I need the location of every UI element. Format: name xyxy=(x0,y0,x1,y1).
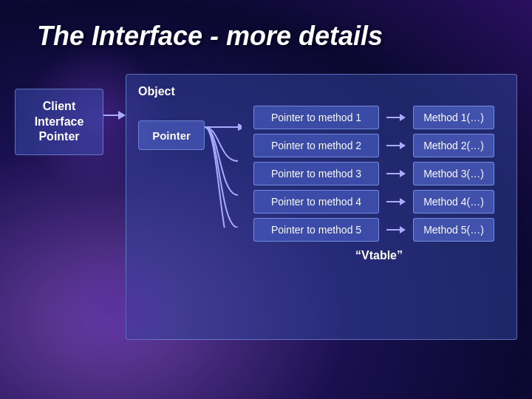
table-row: Pointer to method 1 Method 1(…) xyxy=(253,106,505,129)
curved-arrow-svg xyxy=(205,106,242,228)
pointer-box: Pointer xyxy=(138,120,205,150)
object-box: Object Pointer xyxy=(126,74,517,340)
pointer-to-method-1: Pointer to method 1 xyxy=(253,106,379,129)
row-arrow-2 xyxy=(386,142,406,149)
arrow-head xyxy=(118,111,126,120)
table-row: Pointer to method 2 Method 2(…) xyxy=(253,134,505,157)
method-2: Method 2(…) xyxy=(413,134,494,157)
table-row: Pointer to method 3 Method 3(…) xyxy=(253,162,505,185)
row-arrow-1 xyxy=(386,114,406,121)
client-interface-box: Client Interface Pointer xyxy=(15,89,103,155)
row-arrow-3 xyxy=(386,170,406,177)
row-arrow-5 xyxy=(386,226,406,233)
row-arrow-4 xyxy=(386,198,406,205)
svg-marker-0 xyxy=(238,123,242,131)
table-row: Pointer to method 5 Method 5(…) xyxy=(253,218,505,242)
method-5: Method 5(…) xyxy=(413,218,494,242)
method-3: Method 3(…) xyxy=(413,162,494,185)
pointer-to-method-4: Pointer to method 4 xyxy=(253,190,379,214)
page-title: The Interface - more details xyxy=(37,21,383,52)
object-inner: Pointer Point xyxy=(138,106,505,262)
pointer-to-method-5: Pointer to method 5 xyxy=(253,218,379,242)
method-4: Method 4(…) xyxy=(413,190,494,214)
object-label: Object xyxy=(138,85,505,98)
curved-arrow-container xyxy=(205,106,242,231)
client-to-object-arrow xyxy=(103,111,126,120)
vtable-section: Pointer to method 1 Method 1(…) Pointer … xyxy=(253,106,505,262)
pointer-to-method-2: Pointer to method 2 xyxy=(253,134,379,157)
arrow-line xyxy=(103,115,118,116)
vtable-label: “Vtable” xyxy=(253,249,505,262)
main-content: Client Interface Pointer Object Pointer xyxy=(15,74,517,377)
table-row: Pointer to method 4 Method 4(…) xyxy=(253,190,505,214)
method-1: Method 1(…) xyxy=(413,106,494,129)
pointer-to-method-3: Pointer to method 3 xyxy=(253,162,379,185)
vtable-rows: Pointer to method 1 Method 1(…) Pointer … xyxy=(253,106,505,242)
